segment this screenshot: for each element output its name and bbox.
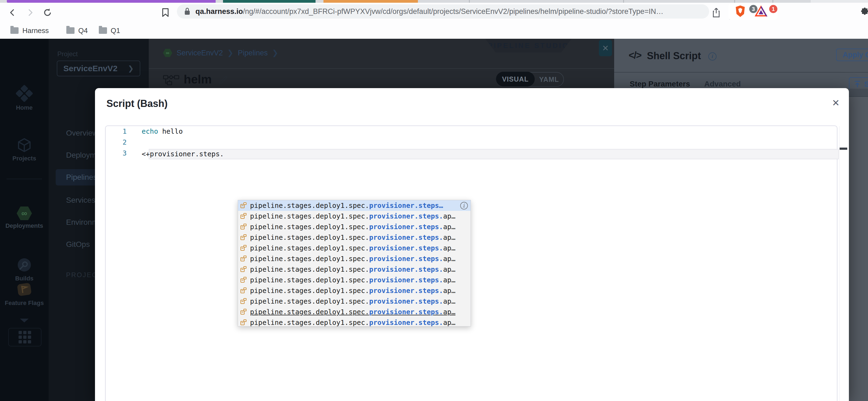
field-icon — [240, 256, 247, 262]
suggestion-item[interactable]: pipeline.stages.deploy1.spec.provisioner… — [238, 264, 471, 275]
folder-icon — [66, 27, 74, 34]
overview-ruler — [839, 126, 840, 401]
selected-project-name: ServiceEnvV2 — [63, 64, 117, 73]
field-icon — [240, 320, 247, 326]
url-path: /ng/#/account/px7xd_BFRCi-pfWPYXVjvw/cd/… — [243, 7, 663, 15]
suggestion-item[interactable]: pipeline.stages.deploy1.spec.provisioner… — [238, 317, 471, 327]
suggestion-item[interactable]: pipeline.stages.deploy1.spec.provisioner… — [238, 296, 471, 307]
brave-shield-icon[interactable] — [733, 4, 748, 19]
breadcrumb[interactable]: ∞ ServiceEnvV2 ❯ Pipelines ❯ — [163, 48, 278, 57]
home-icon — [14, 84, 34, 104]
sidebar-item-feature-flags[interactable]: Feature Flags — [0, 281, 49, 307]
project-section-label: Project — [57, 50, 78, 58]
toggle-visual[interactable]: VISUAL — [496, 72, 535, 87]
suggestion-item[interactable]: pipeline.stages.deploy1.spec.provisioner… — [238, 275, 471, 285]
sidebar-collapse-chevron[interactable] — [0, 317, 49, 324]
suggestion-item[interactable]: pipeline.stages.deploy1.spec.provisioner… — [238, 307, 471, 317]
suggestion-info-icon[interactable]: i — [460, 202, 468, 209]
builds-icon — [17, 257, 32, 273]
sidebar-item-label: Builds — [0, 275, 49, 282]
breadcrumb-project[interactable]: ServiceEnvV2 — [177, 49, 223, 57]
tab-separator — [469, 0, 470, 3]
apply-changes-button[interactable]: Apply Changes — [836, 48, 868, 61]
breadcrumb-row: ∞ ServiceEnvV2 ❯ Pipelines ❯ PIPELINE ST… — [149, 39, 614, 68]
bookmark-flag-icon[interactable] — [158, 5, 173, 20]
visual-yaml-toggle[interactable]: VISUAL YAML — [496, 72, 564, 87]
folder-icon — [10, 27, 19, 34]
studio-close-button[interactable]: ✕ — [599, 40, 612, 56]
expression-highlight-band — [149, 149, 839, 159]
folder-icon — [99, 27, 107, 34]
suggestion-item[interactable]: pipeline.stages.deploy1.spec.provisioner… — [238, 232, 471, 243]
editor-code[interactable]: echo hello — [142, 126, 183, 148]
bash-keyword: echo — [142, 127, 158, 135]
sidebar-item-label: Feature Flags — [0, 300, 49, 307]
chevron-right-icon: ❯ — [227, 48, 234, 57]
sidebar-item-label: Home — [0, 104, 49, 111]
extensions-puzzle-icon[interactable] — [857, 5, 868, 20]
forward-button[interactable] — [22, 5, 38, 20]
chevron-right-icon: ❯ — [128, 64, 134, 73]
reload-button[interactable] — [40, 5, 55, 20]
edit-pencil-icon[interactable] — [218, 75, 229, 86]
bookmark-folder-q1[interactable]: Q1 — [99, 27, 120, 35]
upload-icon — [854, 80, 861, 88]
sidebar-item-label: Projects — [0, 155, 49, 162]
tab-separator — [734, 0, 735, 3]
toggle-yaml[interactable]: YAML — [535, 75, 563, 83]
pipeline-studio-badge: PIPELINE STUDIO — [485, 39, 571, 53]
sidebar-item-builds[interactable]: Builds — [0, 257, 49, 282]
line-number: 1 — [105, 126, 131, 137]
suggestion-item[interactable]: pipeline.stages.deploy1.spec.provisioner… — [238, 200, 471, 211]
suggestion-text: pipeline.stages.deploy1.spec.provisioner… — [250, 255, 456, 263]
bookmark-folder-harness[interactable]: Harness — [10, 27, 49, 35]
editor-gutter: 1 2 3 — [105, 126, 131, 159]
suggestion-item[interactable]: pipeline.stages.deploy1.spec.provisioner… — [238, 285, 471, 296]
suggestion-text: pipeline.stages.deploy1.spec.provisioner… — [250, 212, 456, 220]
sidebar-item-deployments[interactable]: ∞ Deployments — [0, 206, 49, 229]
share-icon[interactable] — [709, 5, 724, 20]
tab-step-parameters[interactable]: Step Parameters — [630, 80, 690, 89]
code-editor[interactable]: 1 2 3 echo hello <+provisioner.steps. pi… — [105, 126, 837, 401]
suggestion-text: pipeline.stages.deploy1.spec.provisioner… — [250, 297, 456, 305]
autocomplete-dropdown[interactable]: pipeline.stages.deploy1.spec.provisioner… — [238, 200, 471, 327]
tab-group-purple — [7, 0, 216, 3]
url-host: qa.harness.io — [195, 7, 243, 15]
bookmark-folder-q4[interactable]: Q4 — [66, 27, 88, 35]
modal-close-button[interactable]: ✕ — [830, 97, 842, 109]
module-sidebar: Home Projects ∞ Deployments Builds Featu… — [0, 39, 49, 401]
script-modal: Script (Bash) ✕ 1 2 3 echo hello <+provi… — [95, 88, 849, 401]
suggestion-item[interactable]: pipeline.stages.deploy1.spec.provisioner… — [238, 254, 471, 264]
project-selector[interactable]: ServiceEnvV2 ❯ — [57, 61, 140, 76]
bat-rewards-icon[interactable] — [753, 4, 769, 19]
info-icon[interactable]: i — [708, 53, 716, 61]
projects-cube-icon — [17, 137, 32, 153]
suggestion-item[interactable]: pipeline.stages.deploy1.spec.provisioner… — [238, 222, 471, 232]
field-icon — [240, 277, 247, 283]
panel-body — [849, 97, 868, 401]
back-button[interactable] — [5, 5, 20, 20]
suggestion-item[interactable]: pipeline.stages.deploy1.spec.provisioner… — [238, 211, 471, 222]
url-bar[interactable]: qa.harness.io/ng/#/account/px7xd_BFRCi-p… — [177, 4, 709, 19]
suggestion-item[interactable]: pipeline.stages.deploy1.spec.provisioner… — [238, 243, 471, 254]
overview-ruler-cursor-mark — [840, 147, 847, 150]
tab-group-teal — [223, 0, 315, 3]
suggestion-text: pipeline.stages.deploy1.spec.provisioner… — [250, 319, 456, 327]
step-panel-title: Shell Script — [647, 50, 701, 62]
line-number: 2 — [105, 137, 131, 148]
grid-icon — [19, 331, 31, 343]
tab-inactive — [811, 0, 868, 3]
lock-icon — [184, 7, 190, 15]
sidebar-item-home[interactable]: Home — [0, 87, 49, 111]
chevron-right-icon: ❯ — [272, 48, 278, 57]
suggestion-text: pipeline.stages.deploy1.spec.provisioner… — [250, 287, 456, 295]
bookmark-label: Q4 — [78, 27, 88, 35]
browser-toolbar: qa.harness.io/ng/#/account/px7xd_BFRCi-p… — [0, 3, 868, 22]
module-picker-button[interactable] — [8, 328, 41, 346]
suggestion-text: pipeline.stages.deploy1.spec.provisioner… — [250, 223, 456, 231]
suggestion-text: pipeline.stages.deploy1.spec.provisioner… — [250, 244, 456, 252]
sidebar-item-projects[interactable]: Projects — [0, 137, 49, 162]
tab-advanced[interactable]: Advanced — [704, 80, 741, 89]
tab-group-orange — [323, 0, 418, 3]
breadcrumb-pipelines[interactable]: Pipelines — [238, 49, 268, 57]
